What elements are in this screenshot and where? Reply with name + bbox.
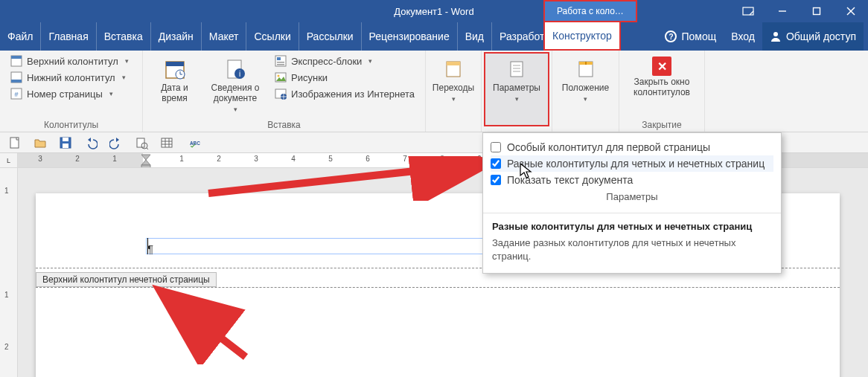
footer-button[interactable]: Нижний колонтитул▾ xyxy=(7,70,132,85)
options-button[interactable]: Параметры▾ xyxy=(484,52,549,126)
popup-section-title: Параметры xyxy=(491,188,773,208)
date-time-button[interactable]: Дата и время xyxy=(150,54,199,107)
quick-parts-button[interactable]: Экспресс-блоки▾ xyxy=(272,54,418,68)
spelling-button[interactable]: ABC xyxy=(185,135,205,150)
ribbon-tabs: Файл Главная Вставка Дизайн Макет Ссылки… xyxy=(0,22,868,51)
svg-rect-36 xyxy=(63,138,68,141)
group-navigation: Переходы▾ xyxy=(426,51,482,132)
options-popup: Особый колонтитул для первой страницы Ра… xyxy=(482,132,782,274)
online-picture-icon xyxy=(275,88,287,100)
group-headers-label: Колонтитулы xyxy=(7,118,135,130)
svg-line-40 xyxy=(147,148,148,149)
person-icon xyxy=(770,30,782,42)
group-close-label: Закрытие xyxy=(627,118,697,130)
svg-rect-29 xyxy=(447,62,460,65)
header-button[interactable]: Верхний колонтитул▾ xyxy=(7,54,132,68)
contextual-tab-label: Работа с коло… xyxy=(543,0,637,22)
quick-parts-icon xyxy=(275,55,287,67)
opt-show-doc-text[interactable]: Показать текст документа xyxy=(491,172,773,188)
page-number-icon: # xyxy=(10,88,22,100)
group-insert: Дата и время i Сведения о документе▾ Экс… xyxy=(143,51,426,132)
checkbox-odd-even[interactable] xyxy=(491,158,501,169)
vertical-ruler[interactable]: 1 1 2 xyxy=(0,168,18,377)
redo-button[interactable] xyxy=(109,135,124,150)
pictures-button[interactable]: Рисунки xyxy=(272,70,418,85)
group-position: Положение▾ xyxy=(552,51,619,132)
svg-rect-43 xyxy=(141,165,150,167)
tab-help[interactable]: ?Помощ xyxy=(657,22,724,51)
tab-selector[interactable]: L xyxy=(0,153,18,167)
hanging-indent[interactable] xyxy=(140,160,152,167)
online-pictures-button[interactable]: Изображения из Интернета xyxy=(272,86,418,101)
tab-insert[interactable]: Вставка xyxy=(97,22,151,51)
tab-home[interactable]: Главная xyxy=(41,22,96,51)
ribbon: Верхний колонтитул▾ Нижний колонтитул▾ #… xyxy=(0,51,868,132)
position-icon xyxy=(576,59,596,79)
group-close: ✕ Закрыть окно колонтитулов Закрытие xyxy=(619,51,705,132)
print-preview-button[interactable] xyxy=(134,135,149,150)
svg-rect-41 xyxy=(162,138,172,147)
new-doc-button[interactable] xyxy=(7,135,22,150)
svg-point-25 xyxy=(278,75,280,77)
tab-layout[interactable]: Макет xyxy=(202,22,247,51)
tooltip-title: Разные колонтитулы для четных и нечетных… xyxy=(492,221,772,232)
tab-references[interactable]: Ссылки xyxy=(246,22,299,51)
svg-point-5 xyxy=(773,32,778,36)
svg-rect-21 xyxy=(277,57,281,60)
tooltip-body: Задание разных колонтитулов для четных и… xyxy=(492,236,772,262)
svg-rect-22 xyxy=(277,62,284,63)
group-headers: Верхний колонтитул▾ Нижний колонтитул▾ #… xyxy=(0,51,143,132)
svg-text:#: # xyxy=(14,91,18,98)
options-icon xyxy=(507,59,526,79)
window-controls xyxy=(731,0,868,22)
tab-design[interactable]: Дизайн xyxy=(151,22,202,51)
tab-share[interactable]: Общий доступ xyxy=(762,22,864,51)
svg-rect-9 xyxy=(11,80,22,83)
svg-rect-30 xyxy=(511,62,523,77)
tab-mailings[interactable]: Рассылки xyxy=(299,22,362,51)
svg-rect-23 xyxy=(277,64,284,65)
help-icon: ? xyxy=(665,30,677,42)
ribbon-display-options[interactable] xyxy=(731,0,765,22)
position-button[interactable]: Положение▾ xyxy=(558,54,613,106)
save-button[interactable] xyxy=(58,135,73,150)
title-bar: Документ1 - Word Работа с коло… xyxy=(0,0,868,22)
checkbox-first-page[interactable] xyxy=(491,142,501,152)
opt-first-page[interactable]: Особый колонтитул для первой страницы xyxy=(491,139,773,155)
header-label: Верхний колонтитул нечетной страницы xyxy=(36,272,217,287)
svg-rect-13 xyxy=(166,62,184,66)
tab-file[interactable]: Файл xyxy=(0,22,41,51)
tab-review[interactable]: Рецензирование xyxy=(362,22,458,51)
minimize-button[interactable] xyxy=(765,0,800,22)
tab-constructor[interactable]: Конструктор xyxy=(543,22,621,51)
svg-rect-2 xyxy=(814,8,820,15)
svg-rect-0 xyxy=(743,7,753,15)
svg-rect-34 xyxy=(10,138,19,148)
checkbox-show-doc-text[interactable] xyxy=(491,175,501,185)
group-options: Параметры▾ xyxy=(482,51,552,132)
close-button[interactable] xyxy=(834,0,868,22)
footer-icon xyxy=(10,71,22,83)
table-button[interactable] xyxy=(159,135,174,150)
calendar-icon xyxy=(164,58,186,80)
page-number-button[interactable]: # Номер страницы▾ xyxy=(7,86,132,101)
picture-icon xyxy=(275,71,287,83)
popup-tooltip: Разные колонтитулы для четных и нечетных… xyxy=(483,213,781,273)
close-header-footer-button[interactable]: ✕ Закрыть окно колонтитулов xyxy=(627,54,697,101)
group-insert-label: Вставка xyxy=(150,118,418,130)
open-button[interactable] xyxy=(33,135,48,150)
transitions-icon xyxy=(444,59,463,79)
maximize-button[interactable] xyxy=(800,0,834,22)
close-icon: ✕ xyxy=(652,57,671,76)
doc-info-icon: i xyxy=(224,58,246,80)
tab-login[interactable]: Вход xyxy=(724,22,762,51)
pilcrow: ¶ xyxy=(147,242,153,255)
doc-info-button[interactable]: i Сведения о документе▾ xyxy=(205,54,266,116)
tab-view[interactable]: Вид xyxy=(458,22,492,51)
transitions-button[interactable]: Переходы▾ xyxy=(428,54,479,106)
svg-rect-37 xyxy=(63,144,68,148)
header-icon xyxy=(10,55,22,67)
svg-rect-7 xyxy=(11,56,22,59)
undo-button[interactable] xyxy=(83,135,98,150)
opt-odd-even[interactable]: Разные колонтитулы для четных и нечетных… xyxy=(491,155,773,172)
